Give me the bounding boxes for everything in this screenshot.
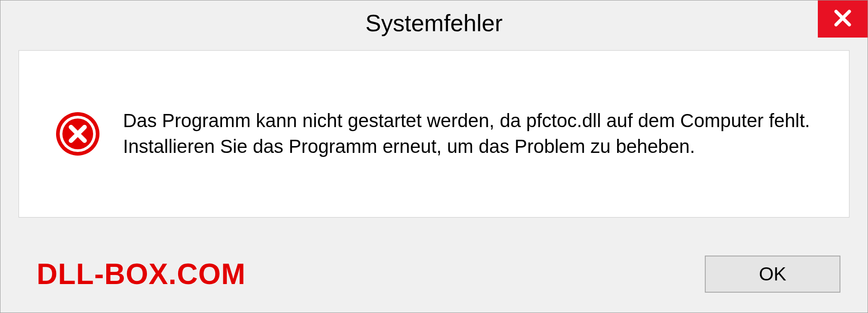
watermark-text: DLL-BOX.COM — [37, 257, 246, 291]
error-icon — [55, 111, 100, 156]
ok-button[interactable]: OK — [705, 256, 840, 293]
close-icon — [833, 8, 853, 30]
close-button[interactable] — [818, 0, 868, 38]
titlebar: Systemfehler — [0, 0, 868, 46]
content-panel: Das Programm kann nicht gestartet werden… — [19, 50, 849, 218]
dialog-title: Systemfehler — [365, 9, 502, 37]
error-dialog: Systemfehler Das Programm kann nicht ges… — [0, 0, 868, 313]
dialog-footer: DLL-BOX.COM OK — [0, 236, 868, 313]
error-message: Das Programm kann nicht gestartet werden… — [123, 108, 822, 159]
